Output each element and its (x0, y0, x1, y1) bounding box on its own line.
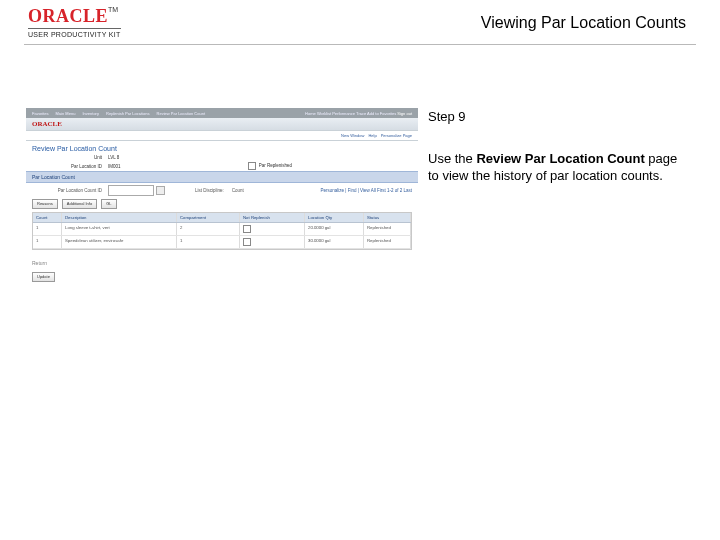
instruction-panel: Step 9 Use the Review Par Location Count… (428, 108, 686, 185)
lookup-icon[interactable] (156, 186, 165, 195)
tab-additional-info[interactable]: Additional Info (62, 199, 97, 209)
cell-count: 1 (33, 223, 62, 235)
th-desc[interactable]: Description (62, 213, 177, 222)
th-notrep[interactable]: Not Replenish (240, 213, 305, 222)
results-grid: Count Description Compartment Not Replen… (32, 212, 412, 250)
cell-qty: 20.0000 gal (305, 223, 364, 235)
nav-review[interactable]: Review Par Location Count (157, 111, 205, 116)
par-replenished-checkbox[interactable] (248, 162, 256, 170)
link-signout[interactable]: Sign out (397, 111, 412, 116)
instruction-text: Use the Review Par Location Count page t… (428, 150, 686, 185)
sub-nav: New Window Help Personalize Page (26, 130, 418, 141)
cell-comp: 1 (177, 236, 240, 248)
section-bar: Par Location Count (26, 171, 418, 183)
nav-favorites[interactable]: Favorites (32, 111, 48, 116)
app-logo-bar: ORACLE (26, 118, 418, 130)
pager[interactable]: Personalize | Find | View All First 1-2 … (320, 188, 412, 193)
tab-reasons[interactable]: Reasons (32, 199, 58, 209)
cell-qty: 30.0000 gal (305, 236, 364, 248)
cell-status: Replenished (364, 223, 411, 235)
par-replenished-label: Par Replenished (259, 163, 292, 168)
list-discipline-label: List Discipline: (195, 188, 224, 193)
page-title: Viewing Par Location Counts (481, 14, 686, 32)
nav-inventory[interactable]: Inventory (83, 111, 99, 116)
link-worklist[interactable]: Worklist (317, 111, 331, 116)
notrep-checkbox[interactable] (243, 225, 251, 233)
logo-word: ORACLE (28, 6, 108, 26)
th-count[interactable]: Count (33, 213, 62, 222)
link-home[interactable]: Home (305, 111, 316, 116)
global-nav: Favorites Main Menu Inventory Replenish … (26, 108, 418, 118)
th-comp[interactable]: Compartment (177, 213, 240, 222)
breadcrumb[interactable]: Favorites Main Menu Inventory Replenish … (32, 111, 205, 116)
instruction-bold: Review Par Location Count (476, 151, 644, 166)
instruction-pre: Use the (428, 151, 476, 166)
logo-subtitle: USER PRODUCTIVITY KIT (28, 28, 121, 38)
section-bar-label: Par Location Count (32, 174, 75, 180)
link-fav[interactable]: Add to Favorites (367, 111, 396, 116)
cell-desc: Speedclean utilizer, envirosafe (62, 236, 177, 248)
oracle-logo: ORACLETM USER PRODUCTIVITY KIT (28, 6, 121, 38)
cell-count: 1 (33, 236, 62, 248)
link-help[interactable]: Help (368, 133, 376, 138)
parloc-label: Par Location ID (32, 164, 102, 169)
notrep-checkbox[interactable] (243, 238, 251, 246)
cell-notrep (240, 236, 305, 248)
app-screenshot: Favorites Main Menu Inventory Replenish … (26, 108, 418, 302)
table-row: 1 Long sleeve t-shirt, vert 2 20.0000 ga… (33, 223, 411, 236)
update-button[interactable]: Update (32, 272, 55, 282)
cell-desc: Long sleeve t-shirt, vert (62, 223, 177, 235)
content-title: Review Par Location Count (26, 141, 418, 154)
nav-main[interactable]: Main Menu (56, 111, 76, 116)
link-personalize[interactable]: Personalize Page (381, 133, 412, 138)
return-link[interactable]: Return (26, 250, 418, 270)
count-label: Count (232, 188, 244, 193)
link-perf[interactable]: Performance Trace (332, 111, 366, 116)
logo-tm: TM (108, 6, 118, 13)
unit-value: LVL 8 (108, 155, 119, 160)
nav-replenish[interactable]: Replenish Par Locations (106, 111, 149, 116)
th-qty[interactable]: Location Qty (305, 213, 364, 222)
filter-input[interactable] (108, 185, 154, 196)
table-row: 1 Speedclean utilizer, envirosafe 1 30.0… (33, 236, 411, 249)
app-logo: ORACLE (32, 120, 62, 128)
cell-notrep (240, 223, 305, 235)
filter-label: Par Location Count ID (32, 188, 102, 193)
link-new-window[interactable]: New Window (341, 133, 364, 138)
parloc-value: IM001 (108, 164, 121, 169)
tab-gl-icon[interactable]: GL (101, 199, 116, 209)
unit-label: Unit (32, 155, 102, 160)
header-rule (24, 44, 696, 45)
th-status[interactable]: Status (364, 213, 411, 222)
step-label: Step 9 (428, 108, 686, 126)
cell-comp: 2 (177, 223, 240, 235)
global-links: Home Worklist Performance Trace Add to F… (305, 111, 412, 116)
cell-status: Replenished (364, 236, 411, 248)
